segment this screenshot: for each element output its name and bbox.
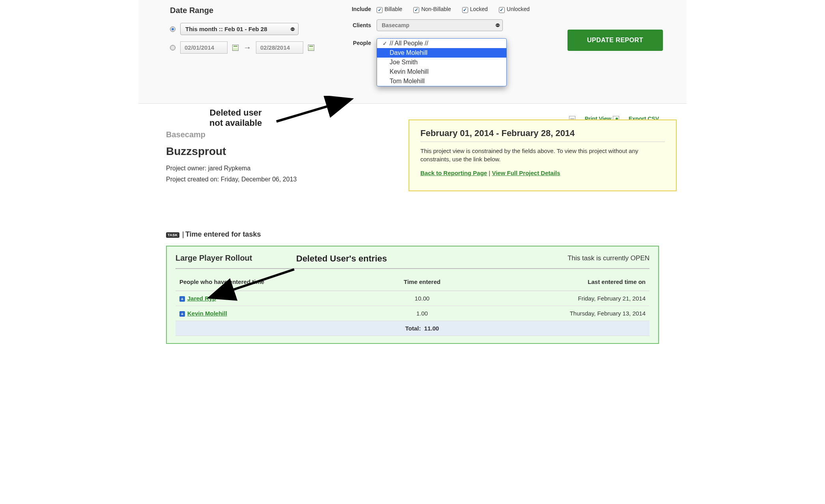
- last-cell: Friday, February 21, 2014: [470, 291, 650, 306]
- view-full-project-link[interactable]: View Full Project Details: [492, 170, 560, 176]
- radio-preset[interactable]: [170, 26, 175, 32]
- info-box-desc: This project view is constrained by the …: [420, 147, 665, 163]
- people-label: People: [343, 38, 371, 46]
- chevron-updown-icon: [290, 27, 295, 31]
- people-option[interactable]: Tom Molehill: [377, 77, 506, 86]
- col-last: Last entered time on: [470, 273, 650, 291]
- table-header-row: People who have entered time Time entere…: [175, 273, 650, 291]
- last-cell: Thursday, February 13, 2014: [470, 306, 650, 321]
- table-total-row: Total: 11.00: [175, 321, 650, 336]
- expand-icon[interactable]: +: [179, 311, 185, 317]
- time-cell: 10.00: [374, 291, 470, 306]
- clients-label: Clients: [343, 22, 371, 28]
- table-row: +Jared Ryp 10.00 Friday, February 21, 20…: [175, 291, 650, 306]
- people-option-all[interactable]: // All People //: [377, 39, 506, 48]
- checkbox-icon: [413, 7, 419, 13]
- task-header: Large Player Rollout This task is curren…: [175, 254, 650, 269]
- total-cell: Total: 11.00: [374, 321, 470, 336]
- report-content: Print View Export CSV Basecamp Buzzsprou…: [138, 104, 687, 360]
- checkbox-icon: [462, 7, 468, 13]
- task-card: Large Player Rollout This task is curren…: [166, 246, 659, 344]
- task-status: This task is currently OPEN: [567, 254, 650, 262]
- table-row: +Kevin Molehill 1.00 Thursday, February …: [175, 306, 650, 321]
- radio-custom[interactable]: [170, 45, 175, 50]
- include-unlocked[interactable]: Unlocked: [499, 6, 530, 12]
- people-select-open[interactable]: // All People // Dave Molehill Joe Smith…: [377, 38, 507, 86]
- checkbox-icon: [377, 7, 383, 13]
- person-link[interactable]: Kevin Molehill: [187, 310, 227, 317]
- checkbox-icon: [499, 7, 505, 13]
- task-badge-icon: TASK: [166, 232, 179, 238]
- include-nonbillable[interactable]: Non-Billable: [413, 6, 451, 12]
- people-option[interactable]: Kevin Molehill: [377, 67, 506, 77]
- update-report-button[interactable]: UPDATE REPORT: [567, 30, 663, 51]
- col-time: Time entered: [374, 273, 470, 291]
- range-custom-row: →: [170, 41, 320, 54]
- clients-row: Clients Basecamp: [343, 19, 544, 31]
- include-row: Include Billable Non-Billable Locked Unl…: [343, 6, 544, 12]
- expand-icon[interactable]: +: [179, 296, 185, 302]
- calendar-icon[interactable]: [232, 45, 239, 51]
- update-button-column: UPDATE REPORT: [567, 6, 663, 51]
- info-box-title: February 01, 2014 - February 28, 2014: [420, 128, 665, 142]
- task-name: Large Player Rollout: [175, 254, 252, 263]
- people-option-highlighted[interactable]: Dave Molehill: [377, 48, 506, 58]
- include-label: Include: [343, 6, 371, 12]
- include-billable[interactable]: Billable: [377, 6, 402, 12]
- range-preset-value: This month :: Feb 01 - Feb 28: [185, 26, 267, 32]
- filter-middle-column: Include Billable Non-Billable Locked Unl…: [343, 6, 544, 93]
- col-people: People who have entered time: [175, 273, 374, 291]
- range-preset-row: This month :: Feb 01 - Feb 28: [170, 23, 320, 35]
- time-table: People who have entered time Time entere…: [175, 273, 650, 336]
- time-cell: 1.00: [374, 306, 470, 321]
- person-link[interactable]: Jared Ryp: [187, 295, 216, 302]
- tasks-section-title: TASK|Time entered for tasks: [166, 230, 659, 239]
- info-box-links: Back to Reporting Page | View Full Proje…: [420, 169, 665, 177]
- date-range-info-box: February 01, 2014 - February 28, 2014 Th…: [409, 119, 677, 191]
- calendar-icon[interactable]: [308, 45, 314, 51]
- date-from-input[interactable]: [180, 41, 228, 54]
- date-to-input[interactable]: [256, 41, 303, 54]
- range-preset-select[interactable]: This month :: Feb 01 - Feb 28: [180, 23, 299, 35]
- people-row: People // All People // Dave Molehill Jo…: [343, 38, 544, 86]
- date-range-title: Date Range: [170, 6, 320, 15]
- clients-select[interactable]: Basecamp: [377, 19, 503, 31]
- date-range-column: Date Range This month :: Feb 01 - Feb 28…: [170, 6, 320, 60]
- people-option[interactable]: Joe Smith: [377, 58, 506, 67]
- chevron-updown-icon: [495, 24, 500, 27]
- filters-bar: Date Range This month :: Feb 01 - Feb 28…: [138, 0, 687, 104]
- include-locked[interactable]: Locked: [462, 6, 488, 12]
- clients-value: Basecamp: [382, 22, 409, 28]
- arrow-right-icon: →: [243, 43, 251, 52]
- back-to-reporting-link[interactable]: Back to Reporting Page: [420, 170, 487, 176]
